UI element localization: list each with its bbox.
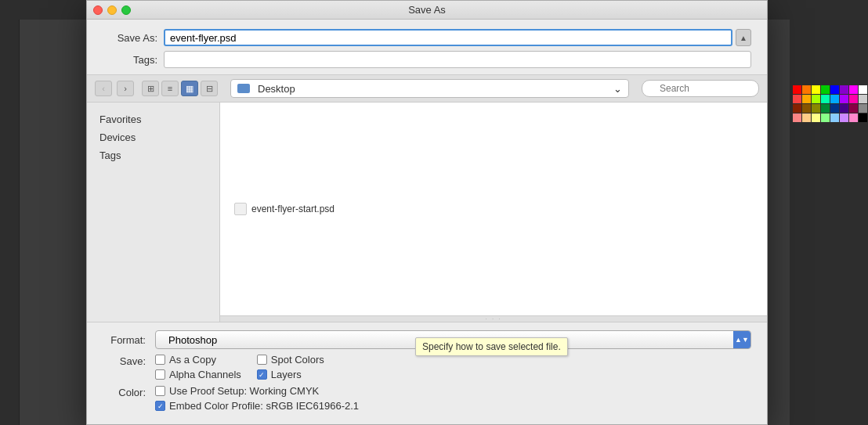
dialog-top-area: Save As: ▲ Tags: [87, 20, 767, 74]
location-dropdown[interactable]: Desktop ⌄ [230, 79, 629, 98]
save-row: Save: As a Copy Alpha Channels Spot [103, 354, 751, 380]
location-label: Desktop [258, 83, 295, 95]
save-as-row: Save As: ▲ [103, 29, 751, 46]
minimize-button[interactable] [107, 5, 117, 15]
save-label: Save: [103, 355, 146, 367]
titlebar-buttons [93, 5, 131, 15]
maximize-button[interactable] [121, 5, 131, 15]
sidebar-item-devices[interactable]: Devices [87, 128, 219, 146]
view-list-btn[interactable]: ≡ [161, 81, 179, 96]
alpha-channels-checkbox[interactable] [155, 369, 165, 380]
layers-option[interactable]: Layers [257, 369, 324, 380]
view-icon-btn[interactable]: ⊞ [142, 81, 159, 96]
color-row: Color: Use Proof Setup: Working CMYK Emb… [103, 385, 751, 412]
photoshop-right-panel [790, 20, 868, 425]
search-container: 🔍 [642, 80, 759, 97]
as-copy-label: As a Copy [169, 354, 216, 366]
tags-row: Tags: [103, 51, 751, 68]
layers-label: Layers [271, 369, 302, 380]
save-as-input[interactable] [164, 29, 732, 46]
save-as-dialog: Save As Save As: ▲ Tags: ‹ › ⊞ ≡ ▦ ⊟ Des… [86, 0, 768, 425]
file-icon [234, 203, 247, 215]
tooltip: Specify how to save selected file. [415, 337, 568, 356]
view-cover-btn[interactable]: ⊟ [201, 81, 218, 96]
dialog-title: Save As [408, 4, 446, 16]
sidebar: Favorites Devices Tags [87, 103, 220, 322]
use-proof-checkbox[interactable] [155, 386, 165, 396]
use-proof-option[interactable]: Use Proof Setup: Working CMYK [155, 385, 359, 397]
location-icon [237, 84, 250, 93]
navigation-bar: ‹ › ⊞ ≡ ▦ ⊟ Desktop ⌄ 🔍 [87, 74, 767, 103]
color-label: Color: [103, 387, 146, 398]
list-item[interactable]: event-flyer-start.psd [228, 110, 369, 308]
expand-button[interactable]: ▲ [736, 29, 751, 46]
tags-input[interactable] [164, 51, 751, 68]
file-name: event-flyer-start.psd [251, 203, 335, 214]
back-button[interactable]: ‹ [95, 81, 112, 96]
color-options: Use Proof Setup: Working CMYK Embed Colo… [155, 385, 359, 412]
as-copy-option[interactable]: As a Copy [155, 354, 241, 366]
sidebar-item-tags[interactable]: Tags [87, 146, 219, 164]
spot-colors-checkbox[interactable] [257, 355, 267, 365]
dialog-titlebar: Save As [87, 1, 767, 20]
file-area: event-flyer-start.psd · · · [220, 103, 767, 322]
photoshop-toolbar [0, 20, 20, 425]
layers-checkbox[interactable] [257, 369, 267, 380]
search-input[interactable] [642, 80, 759, 97]
forward-button[interactable]: › [117, 81, 134, 96]
format-dropdown-arrow: ▲▼ [733, 330, 750, 349]
save-col-left: As a Copy Alpha Channels [155, 354, 241, 380]
format-label: Format: [103, 334, 146, 346]
embed-color-option[interactable]: Embed Color Profile: sRGB IEC61966-2.1 [155, 400, 359, 412]
save-col-right: Spot Colors Layers [257, 354, 324, 380]
spot-colors-option[interactable]: Spot Colors [257, 354, 324, 366]
sidebar-section-favorites: Favorites Devices Tags [87, 110, 219, 164]
file-grid: event-flyer-start.psd [220, 103, 767, 315]
resize-handle[interactable]: · · · [220, 315, 767, 322]
alpha-channels-label: Alpha Channels [169, 369, 241, 380]
view-column-btn[interactable]: ▦ [181, 81, 198, 96]
save-options: As a Copy Alpha Channels Spot Colors Lay… [155, 354, 324, 380]
alpha-channels-option[interactable]: Alpha Channels [155, 369, 241, 380]
embed-color-label: Embed Color Profile: sRGB IEC61966-2.1 [169, 400, 359, 412]
resize-dots: · · · [485, 315, 501, 322]
embed-color-checkbox[interactable] [155, 401, 165, 411]
dialog-content: Favorites Devices Tags event-flyer-start… [87, 103, 767, 322]
color-swatches [790, 82, 868, 125]
tooltip-text: Specify how to save selected file. [422, 341, 561, 352]
sidebar-item-favorites[interactable]: Favorites [87, 110, 219, 128]
close-button[interactable] [93, 5, 103, 15]
as-copy-checkbox[interactable] [155, 355, 165, 365]
spot-colors-label: Spot Colors [271, 354, 324, 366]
save-as-label: Save As: [103, 32, 157, 44]
use-proof-label: Use Proof Setup: Working CMYK [169, 385, 319, 397]
view-buttons: ⊞ ≡ ▦ ⊟ [142, 81, 218, 96]
location-dropdown-arrow: ⌄ [613, 83, 622, 95]
tags-label: Tags: [103, 54, 157, 66]
